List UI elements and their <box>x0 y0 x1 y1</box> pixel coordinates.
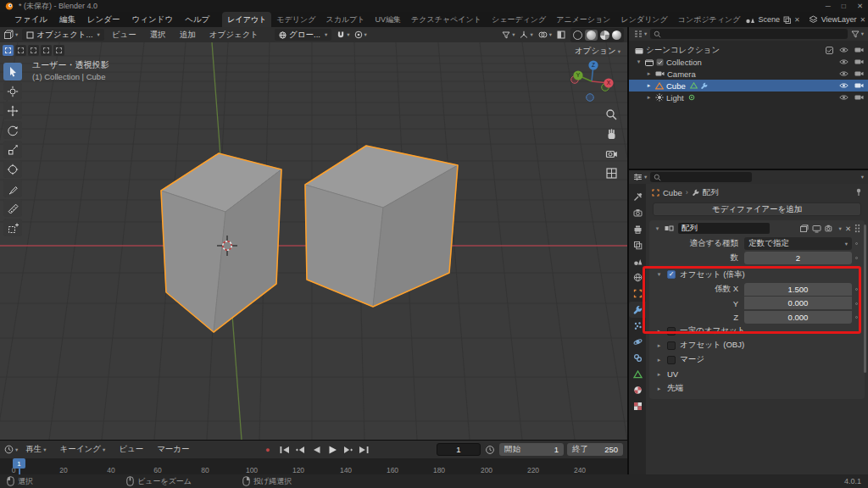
outliner-row-scene-collection[interactable]: シーンコレクション <box>629 44 868 56</box>
tab-tool[interactable] <box>629 189 646 205</box>
animate-dot-icon[interactable] <box>855 257 858 259</box>
viewport-scene[interactable] <box>0 42 627 440</box>
count-field[interactable]: 2 <box>744 252 852 264</box>
current-frame-field[interactable]: 1 <box>437 443 481 456</box>
outliner-row-light[interactable]: ▸ Light <box>629 92 868 103</box>
outliner-filter-button[interactable]: ▾ <box>851 30 864 38</box>
eye-icon[interactable] <box>839 47 849 53</box>
shading-material-button[interactable] <box>600 30 609 40</box>
tab-constraints[interactable] <box>629 350 646 366</box>
disclosure-triangle-icon[interactable]: ▾ <box>654 225 661 232</box>
navigation-gizmo[interactable]: Z Y X <box>566 56 617 107</box>
menu-help[interactable]: ヘルプ <box>179 14 215 25</box>
mode-dropdown[interactable]: オブジェクト... ▾ <box>22 29 104 41</box>
disclosure-triangle-icon[interactable]: ▸ <box>645 82 653 89</box>
modifier-name-field[interactable]: 配列 <box>678 223 770 234</box>
properties-scrollbar[interactable] <box>864 225 866 373</box>
factor-z-field[interactable]: 0.000 <box>744 311 852 324</box>
caps-section-header[interactable]: ▸ 先端 <box>649 381 865 396</box>
collection-checkbox[interactable] <box>656 58 664 66</box>
menu-keying[interactable]: キーイング ▾ <box>54 444 112 455</box>
editor-type-button[interactable]: ▾ <box>3 30 18 40</box>
record-button[interactable]: ● <box>260 443 275 456</box>
camera-visibility-icon[interactable] <box>854 82 864 89</box>
menu-add3d[interactable]: 追加 <box>174 30 202 41</box>
select-mode-subtract-button[interactable] <box>28 45 39 56</box>
fit-type-dropdown[interactable]: 定数で指定 ▾ <box>744 237 852 250</box>
pin-icon[interactable] <box>855 188 862 197</box>
tool-scale[interactable] <box>3 141 22 158</box>
properties-search-input[interactable] <box>650 172 752 182</box>
workspace-tab-shading[interactable]: シェーディング <box>487 12 551 27</box>
workspace-tab-modeling[interactable]: モデリング <box>271 12 320 27</box>
properties-editor-type-button[interactable]: ▾ <box>633 173 647 181</box>
workspace-tab-compositing[interactable]: コンポジティング <box>673 12 746 27</box>
tool-measure[interactable] <box>3 199 22 217</box>
add-modifier-button[interactable]: モディファイアーを追加 <box>653 202 861 216</box>
tool-move[interactable] <box>3 102 22 119</box>
tab-world[interactable] <box>629 269 646 286</box>
scene-selector[interactable]: Scene <box>758 15 780 24</box>
object-offset-section-header[interactable]: ▸ オフセット (OBJ) <box>649 338 865 352</box>
menu-edit[interactable]: 編集 <box>53 14 81 25</box>
camera-view-button[interactable] <box>604 146 619 161</box>
workspace-tab-sculpt[interactable]: スカルプト <box>320 12 370 27</box>
camera-visibility-icon[interactable] <box>854 70 864 77</box>
close-button[interactable]: ✕ <box>857 2 863 10</box>
proportional-edit-toggle[interactable]: ▾ <box>354 30 367 39</box>
chevron-down-icon[interactable]: ▾ <box>839 225 842 232</box>
uv-section-header[interactable]: ▸ UV <box>649 367 865 381</box>
tab-modifiers[interactable] <box>629 302 646 318</box>
select-mode-new-button[interactable] <box>3 45 14 56</box>
tab-render[interactable] <box>629 205 646 221</box>
outliner-row-collection[interactable]: ▾ Collection <box>629 56 868 68</box>
camera-visibility-icon[interactable] <box>854 58 864 65</box>
tab-view-layer[interactable] <box>629 237 646 253</box>
minimize-button[interactable]: ─ <box>826 2 831 10</box>
edit-mode-toggle-icon[interactable] <box>799 225 809 233</box>
menu-view3d[interactable]: ビュー <box>106 30 142 41</box>
tool-rotate[interactable] <box>3 121 22 139</box>
frame-end-field[interactable]: 終了 250 <box>567 443 623 456</box>
viewlayer-selector[interactable]: ViewLayer <box>821 15 857 24</box>
outliner-editor-type-button[interactable]: ▾ <box>633 30 647 38</box>
remove-modifier-button[interactable]: ✕ <box>845 225 851 233</box>
outliner-row-cube[interactable]: ▸ Cube <box>629 80 868 92</box>
constant-offset-checkbox[interactable] <box>667 327 676 336</box>
toggle-ortho-button[interactable] <box>604 165 619 180</box>
disclosure-triangle-icon[interactable]: ▾ <box>635 58 643 65</box>
xray-toggle[interactable] <box>557 30 565 39</box>
render-display-toggle-icon[interactable] <box>825 225 834 232</box>
eye-icon[interactable] <box>839 82 849 89</box>
outliner-row-camera[interactable]: ▸ Camera <box>629 68 868 80</box>
animate-dot-icon[interactable] <box>855 302 858 305</box>
playhead[interactable]: 1 <box>13 458 25 469</box>
factor-x-field[interactable]: 1.500 <box>744 283 852 296</box>
zoom-view-button[interactable] <box>604 107 619 122</box>
tab-texture[interactable] <box>629 398 646 414</box>
timeline-editor-type-button[interactable]: ▾ <box>4 445 18 454</box>
play-reverse-button[interactable] <box>309 443 323 456</box>
tab-particles[interactable] <box>629 318 646 334</box>
gizmo-axis-z-neg[interactable] <box>587 94 594 102</box>
menu-marker[interactable]: マーカー <box>151 444 195 455</box>
shading-solid-button[interactable] <box>585 30 598 41</box>
gizmos-dropdown[interactable]: ▾ <box>520 30 532 39</box>
disclosure-triangle-icon[interactable]: ▸ <box>645 94 653 101</box>
tool-add-primitive[interactable] <box>3 219 22 236</box>
tab-object-data[interactable] <box>629 366 646 382</box>
play-button[interactable] <box>325 443 339 456</box>
shading-wireframe-button[interactable] <box>573 30 582 40</box>
camera-visibility-icon[interactable] <box>854 94 864 101</box>
eye-icon[interactable] <box>839 70 849 77</box>
object-offset-checkbox[interactable] <box>667 341 676 350</box>
tab-output[interactable] <box>629 221 646 237</box>
select-mode-extend-button[interactable] <box>15 45 26 56</box>
breadcrumb-object[interactable]: Cube <box>663 188 682 197</box>
snap-toggle[interactable]: ▾ <box>337 30 349 39</box>
workspace-tab-rendering[interactable]: レンダリング <box>616 12 673 27</box>
tab-object[interactable] <box>629 286 646 302</box>
menu-render[interactable]: レンダー <box>81 14 126 25</box>
menu-playback[interactable]: 再生 ▾ <box>19 444 52 455</box>
drag-handle-icon[interactable] <box>854 224 860 233</box>
